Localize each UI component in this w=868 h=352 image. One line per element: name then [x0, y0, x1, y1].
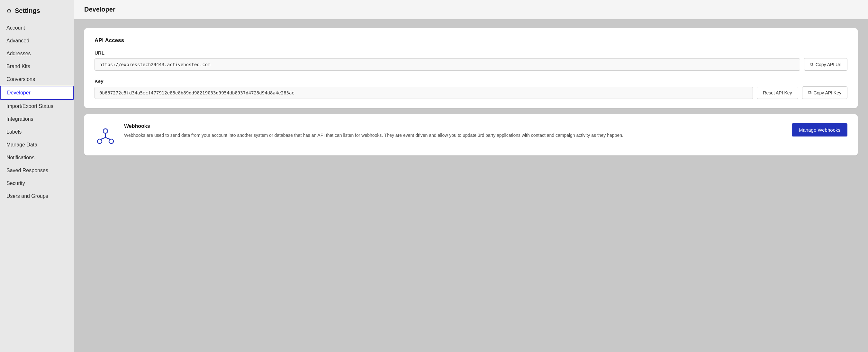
copy-api-key-label: Copy API Key — [814, 90, 841, 95]
api-access-card: API Access URL ⧉ Copy API Url Key Reset … — [84, 28, 858, 108]
copy-icon: ⧉ — [810, 62, 813, 67]
reset-api-key-button[interactable]: Reset API Key — [757, 87, 798, 99]
sidebar-item-addresses[interactable]: Addresses — [0, 47, 74, 60]
key-field-group: Key Reset API Key ⧉ Copy API Key — [94, 78, 847, 99]
copy-api-url-button[interactable]: ⧉ Copy API Url — [804, 58, 847, 71]
manage-webhooks-button[interactable]: Manage Webhooks — [792, 123, 847, 137]
sidebar: ⚙ Settings Account Advanced Addresses Br… — [0, 0, 74, 352]
sidebar-item-notifications[interactable]: Notifications — [0, 151, 74, 164]
reset-api-key-label: Reset API Key — [763, 90, 792, 95]
webhook-title: Webhooks — [124, 123, 784, 129]
svg-point-1 — [97, 139, 102, 144]
url-field-group: URL ⧉ Copy API Url — [94, 50, 847, 71]
page-title: Developer — [84, 6, 116, 13]
webhook-btn-wrap: Manage Webhooks — [792, 123, 847, 137]
sidebar-header: ⚙ Settings — [0, 0, 74, 20]
sidebar-item-users-groups[interactable]: Users and Groups — [0, 190, 74, 203]
copy-api-url-label: Copy API Url — [815, 62, 841, 67]
webhook-icon-wrap — [94, 125, 116, 146]
sidebar-nav: Account Advanced Addresses Brand Kits Co… — [0, 20, 74, 204]
api-key-input[interactable] — [94, 87, 753, 99]
page-header: Developer — [74, 0, 868, 19]
url-input[interactable] — [94, 59, 800, 71]
url-field-row: ⧉ Copy API Url — [94, 58, 847, 71]
sidebar-item-conversions[interactable]: Conversions — [0, 73, 74, 86]
sidebar-item-import-export[interactable]: Import/Export Status — [0, 100, 74, 113]
webhook-text: Webhooks Webhooks are used to send data … — [124, 123, 784, 139]
gear-icon: ⚙ — [6, 7, 11, 14]
sidebar-item-developer[interactable]: Developer — [0, 86, 74, 100]
copy-key-icon: ⧉ — [808, 90, 811, 95]
api-access-title: API Access — [94, 37, 847, 44]
copy-api-key-button[interactable]: ⧉ Copy API Key — [802, 86, 847, 99]
svg-point-2 — [109, 139, 114, 144]
webhooks-card: Webhooks Webhooks are used to send data … — [84, 114, 858, 155]
sidebar-item-labels[interactable]: Labels — [0, 126, 74, 138]
manage-webhooks-label: Manage Webhooks — [799, 127, 840, 133]
webhook-description: Webhooks are used to send data from your… — [124, 132, 784, 139]
svg-line-4 — [101, 137, 105, 139]
sidebar-item-advanced[interactable]: Advanced — [0, 34, 74, 47]
sidebar-item-integrations[interactable]: Integrations — [0, 113, 74, 126]
sidebar-title: Settings — [15, 7, 40, 14]
svg-line-5 — [105, 137, 110, 139]
main-content: Developer API Access URL ⧉ Copy API Url … — [74, 0, 868, 352]
url-label: URL — [94, 50, 847, 56]
sidebar-item-saved-responses[interactable]: Saved Responses — [0, 164, 74, 177]
key-field-row: Reset API Key ⧉ Copy API Key — [94, 86, 847, 99]
webhook-icon — [95, 125, 116, 146]
key-label: Key — [94, 78, 847, 84]
sidebar-item-brand-kits[interactable]: Brand Kits — [0, 60, 74, 73]
sidebar-item-account[interactable]: Account — [0, 22, 74, 34]
content-area: API Access URL ⧉ Copy API Url Key Reset … — [74, 19, 868, 165]
sidebar-item-security[interactable]: Security — [0, 177, 74, 190]
sidebar-item-manage-data[interactable]: Manage Data — [0, 138, 74, 151]
svg-point-0 — [103, 129, 108, 133]
